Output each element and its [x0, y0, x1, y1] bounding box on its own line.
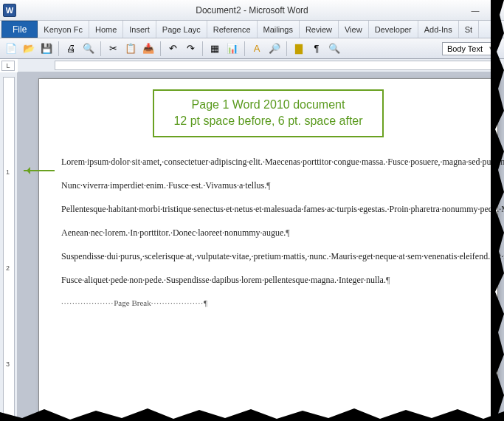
- annotation-callout: Page 1 Word 2010 document 12 pt space be…: [153, 89, 383, 137]
- annotation-arrow-icon: [24, 170, 55, 171]
- minimize-button[interactable]: —: [469, 5, 482, 16]
- ruler-mark: 1: [6, 168, 10, 176]
- ribbon-tab[interactable]: St: [459, 21, 479, 38]
- ribbon-tab[interactable]: Reference: [207, 21, 258, 38]
- horizontal-ruler[interactable]: [18, 59, 504, 72]
- style-selector[interactable]: Body Text: [442, 42, 497, 55]
- paragraph[interactable]: Fusce·aliquet·pede·non·pede.·Suspendisse…: [61, 273, 475, 287]
- separator: [286, 41, 287, 56]
- quick-access-toolbar: 📄 📂 💾 🖨 🔍 ✂ 📋 📥 ↶ ↷ ▦ 📊 A 🔎 ▇ ¶ 🔍 Body T…: [0, 38, 504, 59]
- document-page[interactable]: Page 1 Word 2010 document 12 pt space be…: [38, 78, 498, 421]
- ribbon-tab[interactable]: Add-Ins: [418, 21, 459, 38]
- print-icon[interactable]: 🖨: [63, 41, 79, 57]
- ribbon-tab[interactable]: Developer: [369, 21, 418, 38]
- cut-icon[interactable]: ✂: [105, 41, 121, 57]
- vertical-ruler[interactable]: 1 2 3: [0, 72, 18, 421]
- paragraph[interactable]: Nunc·viverra·imperdiet·enim.·Fusce·est.·…: [61, 179, 475, 192]
- ribbon-tab[interactable]: Insert: [123, 21, 156, 38]
- ruler-mark: 3: [6, 360, 10, 368]
- window-controls: — □: [469, 5, 501, 16]
- page-break-marker: ···················Page Break···········…: [61, 297, 475, 309]
- separator: [244, 41, 245, 56]
- find-icon[interactable]: 🔎: [266, 41, 283, 57]
- pilcrow-icon[interactable]: ¶: [308, 41, 325, 57]
- file-tab[interactable]: File: [1, 21, 38, 38]
- maximize-button[interactable]: □: [488, 5, 501, 16]
- separator: [58, 41, 59, 56]
- paste-icon[interactable]: 📥: [140, 41, 156, 57]
- preview-icon[interactable]: 🔍: [80, 41, 97, 57]
- separator: [160, 41, 161, 56]
- save-icon[interactable]: 💾: [38, 41, 55, 57]
- zoom-icon[interactable]: 🔍: [326, 41, 342, 57]
- paragraph[interactable]: Pellentesque·habitant·morbi·tristique·se…: [61, 202, 475, 216]
- paragraph[interactable]: Lorem·ipsum·dolor·sit·amet,·consectetuer…: [61, 155, 475, 168]
- ribbon-tab[interactable]: Kenyon Fc: [38, 21, 89, 38]
- table-icon[interactable]: ▦: [207, 41, 223, 57]
- callout-line: 12 pt space before, 6 pt. space after: [173, 113, 362, 129]
- undo-icon[interactable]: ↶: [165, 41, 181, 57]
- chart-icon[interactable]: 📊: [224, 41, 241, 57]
- paragraph[interactable]: Aenean·nec·lorem.·In·porttitor.·Donec·la…: [61, 226, 475, 239]
- page-viewport[interactable]: Page 1 Word 2010 document 12 pt space be…: [18, 72, 504, 421]
- separator: [202, 41, 203, 56]
- copy-icon[interactable]: 📋: [122, 41, 139, 57]
- document-area: 1 2 3 Page 1 Word 2010 document 12 pt sp…: [0, 72, 504, 421]
- style-icon[interactable]: A: [249, 41, 265, 57]
- highlight-icon[interactable]: ▇: [291, 41, 307, 57]
- ribbon-tabs: File Kenyon Fc Home Insert Page Layc Ref…: [0, 21, 504, 38]
- ribbon-tab[interactable]: Mailings: [258, 21, 300, 38]
- open-icon[interactable]: 📂: [21, 41, 37, 57]
- callout-line: Page 1 Word 2010 document: [173, 97, 362, 113]
- ruler-mark: 2: [6, 264, 10, 272]
- window-title: Document2 - Microsoft Word: [196, 5, 308, 16]
- word-app-icon: W: [3, 4, 16, 17]
- redo-icon[interactable]: ↷: [182, 41, 199, 57]
- ribbon-tab[interactable]: View: [339, 21, 369, 38]
- paragraph[interactable]: Suspendisse·dui·purus,·scelerisque·at,·v…: [61, 250, 475, 263]
- ribbon-tab[interactable]: Review: [300, 21, 339, 38]
- new-doc-icon[interactable]: 📄: [3, 41, 19, 57]
- ribbon-tab[interactable]: Home: [89, 21, 123, 38]
- ribbon-tab[interactable]: Page Layc: [156, 21, 207, 38]
- document-body[interactable]: Lorem·ipsum·dolor·sit·amet,·consectetuer…: [61, 155, 475, 309]
- titlebar: W Document2 - Microsoft Word — □: [0, 0, 504, 21]
- ruler-corner[interactable]: L: [1, 61, 15, 71]
- separator: [100, 41, 101, 56]
